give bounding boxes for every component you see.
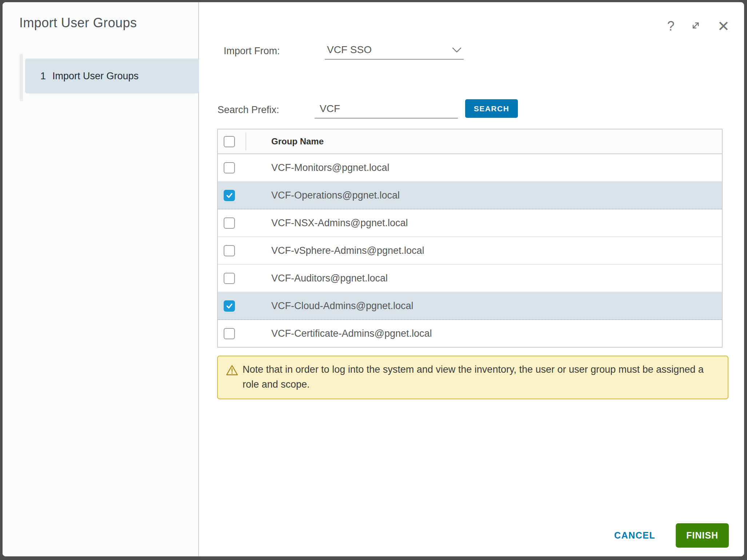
group-name: VCF-NSX-Admins@pgnet.local [271,217,408,229]
import-from-label: Import From: [224,45,280,57]
search-prefix-input[interactable]: VCF [315,101,458,119]
group-table-body: VCF-Monitors@pgnet.localVCF-Operations@p… [218,154,722,347]
row-checkbox[interactable] [224,245,235,256]
table-row[interactable]: VCF-vSphere-Admins@pgnet.local [218,237,722,265]
row-checkbox[interactable] [224,273,235,284]
note-banner: Note that in order to log into the syste… [217,356,728,399]
group-name: VCF-Cloud-Admins@pgnet.local [271,300,414,312]
search-prefix-value: VCF [320,103,340,115]
group-name: VCF-vSphere-Admins@pgnet.local [271,245,424,256]
expand-icon[interactable] [690,19,702,33]
help-icon[interactable]: ? [667,20,674,33]
row-checkbox[interactable] [224,162,235,173]
finish-button[interactable]: FINISH [676,523,729,548]
select-all-checkbox[interactable] [224,136,235,147]
step-number: 1 [40,71,46,82]
table-row[interactable]: VCF-NSX-Admins@pgnet.local [218,209,722,237]
group-table-header: Group Name [218,129,722,154]
search-button[interactable]: SEARCH [465,99,518,118]
table-row[interactable]: VCF-Cloud-Admins@pgnet.local [218,292,722,320]
import-user-groups-dialog: Import User Groups 1 Import User Groups … [3,2,744,556]
wizard-sidebar: Import User Groups 1 Import User Groups [3,2,199,556]
group-name: VCF-Certificate-Admins@pgnet.local [271,328,432,339]
dialog-title: Import User Groups [19,15,137,31]
import-from-select[interactable]: VCF SSO [325,43,464,60]
footer-actions: CANCEL FINISH [612,523,729,548]
row-checkbox[interactable] [224,328,235,339]
group-name: VCF-Operations@pgnet.local [271,190,400,201]
row-checkbox[interactable] [224,217,235,229]
warning-icon [226,364,238,377]
group-name: VCF-Auditors@pgnet.local [271,273,388,284]
close-icon[interactable]: ✕ [717,19,730,33]
cancel-button[interactable]: CANCEL [612,530,658,541]
header-column-divider [245,132,246,151]
table-row[interactable]: VCF-Auditors@pgnet.local [218,265,722,292]
chevron-down-icon [452,47,462,55]
table-row[interactable]: VCF-Certificate-Admins@pgnet.local [218,320,722,347]
step-track [20,54,23,101]
step-label: Import User Groups [52,71,139,82]
import-from-value: VCF SSO [327,44,372,56]
group-name-column-header: Group Name [271,136,324,147]
row-checkbox[interactable] [224,300,235,312]
wizard-step-import-user-groups[interactable]: 1 Import User Groups [25,59,199,93]
table-row[interactable]: VCF-Operations@pgnet.local [218,182,722,209]
group-name: VCF-Monitors@pgnet.local [271,162,390,173]
table-row[interactable]: VCF-Monitors@pgnet.local [218,154,722,182]
row-checkbox[interactable] [224,190,235,201]
note-text: Note that in order to log into the syste… [243,362,717,392]
search-prefix-label: Search Prefix: [217,104,279,116]
window-controls: ? ✕ [667,19,730,33]
group-table: Group Name VCF-Monitors@pgnet.localVCF-O… [217,129,723,348]
